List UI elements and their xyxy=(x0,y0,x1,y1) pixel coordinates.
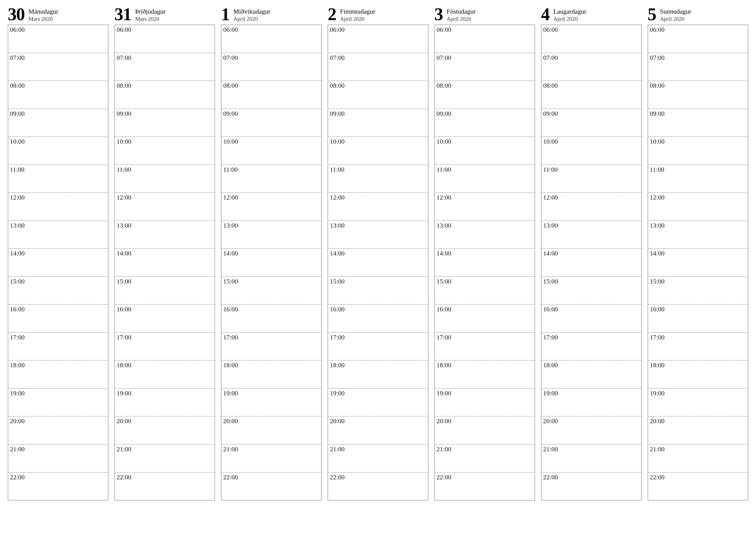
day-hours-box: 06:00 07:00 08:00 09:00 10:00 11:00 12:0… xyxy=(648,25,748,500)
hour-slot: 19:00 xyxy=(435,388,535,416)
hour-slot: 14:00 xyxy=(648,248,748,276)
hour-slot: 06:00 xyxy=(8,25,108,53)
hour-slot: 12:00 xyxy=(8,192,108,220)
hour-slot: 12:00 xyxy=(221,192,321,220)
hour-slot: 07:00 xyxy=(115,53,215,81)
hour-slot: 09:00 xyxy=(115,109,215,137)
day-header: 2 Fimmtudagur Apríl 2020 xyxy=(328,5,428,25)
day-name: Sunnudagur xyxy=(660,7,691,15)
hour-slot: 13:00 xyxy=(541,220,641,248)
day-name: Miðvikudagur xyxy=(233,7,270,15)
day-column: 31 Þriðjudagur Mars 2020 06:00 07:00 08:… xyxy=(114,5,215,500)
hour-slot: 18:00 xyxy=(541,360,641,388)
hour-slot: 11:00 xyxy=(8,164,108,193)
hour-slot: 22:00 xyxy=(221,472,321,500)
hour-slot: 13:00 xyxy=(8,220,108,248)
hour-slot: 20:00 xyxy=(648,416,748,444)
day-name: Mánudagur xyxy=(29,7,58,15)
hour-slot: 15:00 xyxy=(115,276,215,304)
hour-slot: 15:00 xyxy=(541,276,641,304)
hour-slot: 08:00 xyxy=(115,80,215,109)
hour-slot: 21:00 xyxy=(435,444,535,472)
hour-slot: 10:00 xyxy=(328,136,428,164)
hour-slot: 08:00 xyxy=(648,80,748,109)
day-header: 3 Föstudagur Apríl 2020 xyxy=(434,5,535,25)
day-labels: Mánudagur Mars 2020 xyxy=(29,6,58,22)
day-hours-box: 06:00 07:00 08:00 09:00 10:00 11:00 12:0… xyxy=(114,25,215,500)
hour-slot: 09:00 xyxy=(541,109,641,137)
day-header: 30 Mánudagur Mars 2020 xyxy=(8,5,108,25)
day-header: 1 Miðvikudagur Apríl 2020 xyxy=(221,5,322,25)
hour-slot: 15:00 xyxy=(648,276,748,304)
hour-slot: 16:00 xyxy=(221,304,321,332)
day-header: 4 Laugardagur Apríl 2020 xyxy=(541,5,642,25)
hour-slot: 09:00 xyxy=(435,109,535,137)
hour-slot: 14:00 xyxy=(221,248,321,276)
hour-slot: 20:00 xyxy=(115,416,215,444)
day-number: 2 xyxy=(328,5,336,23)
hour-slot: 08:00 xyxy=(435,80,535,109)
hour-slot: 19:00 xyxy=(221,388,321,416)
hour-slot: 16:00 xyxy=(648,304,748,332)
hour-slot: 09:00 xyxy=(221,109,321,137)
day-subtitle: Apríl 2020 xyxy=(233,15,270,23)
day-header: 5 Sunnudagur Apríl 2020 xyxy=(648,5,748,25)
hour-slot: 22:00 xyxy=(115,472,215,500)
hour-slot: 12:00 xyxy=(541,192,641,220)
day-labels: Fimmtudagur Apríl 2020 xyxy=(340,6,375,22)
hour-slot: 20:00 xyxy=(435,416,535,444)
hour-slot: 10:00 xyxy=(648,136,748,164)
hour-slot: 14:00 xyxy=(435,248,535,276)
day-labels: Miðvikudagur Apríl 2020 xyxy=(233,6,270,22)
hour-slot: 16:00 xyxy=(435,304,535,332)
hour-slot: 22:00 xyxy=(8,472,108,500)
day-header: 31 Þriðjudagur Mars 2020 xyxy=(114,5,215,25)
weekly-planner: 30 Mánudagur Mars 2020 06:00 07:00 08:00… xyxy=(0,0,756,513)
hour-slot: 17:00 xyxy=(328,332,428,360)
day-hours-box: 06:00 07:00 08:00 09:00 10:00 11:00 12:0… xyxy=(541,25,642,500)
day-column: 1 Miðvikudagur Apríl 2020 06:00 07:00 08… xyxy=(221,5,322,500)
day-column: 4 Laugardagur Apríl 2020 06:00 07:00 08:… xyxy=(541,5,642,500)
day-name: Fimmtudagur xyxy=(340,7,375,15)
hour-slot: 10:00 xyxy=(115,136,215,164)
hour-slot: 20:00 xyxy=(328,416,428,444)
hour-slot: 13:00 xyxy=(648,220,748,248)
hour-slot: 20:00 xyxy=(221,416,321,444)
hour-slot: 16:00 xyxy=(115,304,215,332)
hour-slot: 10:00 xyxy=(221,136,321,164)
day-hours-box: 06:00 07:00 08:00 09:00 10:00 11:00 12:0… xyxy=(328,25,428,500)
day-labels: Laugardagur Apríl 2020 xyxy=(554,6,586,22)
hour-slot: 11:00 xyxy=(328,164,428,193)
day-name: Föstudagur xyxy=(447,7,476,15)
hour-slot: 21:00 xyxy=(648,444,748,472)
hour-slot: 07:00 xyxy=(648,53,748,81)
hour-slot: 08:00 xyxy=(328,80,428,109)
day-column: 30 Mánudagur Mars 2020 06:00 07:00 08:00… xyxy=(8,5,108,500)
hour-slot: 06:00 xyxy=(648,25,748,53)
hour-slot: 15:00 xyxy=(8,276,108,304)
hour-slot: 09:00 xyxy=(328,109,428,137)
hour-slot: 22:00 xyxy=(648,472,748,500)
hour-slot: 13:00 xyxy=(221,220,321,248)
hour-slot: 10:00 xyxy=(435,136,535,164)
hour-slot: 06:00 xyxy=(435,25,535,53)
hour-slot: 14:00 xyxy=(541,248,641,276)
day-hours-box: 06:00 07:00 08:00 09:00 10:00 11:00 12:0… xyxy=(8,25,108,500)
day-subtitle: Mars 2020 xyxy=(135,15,166,23)
hour-slot: 20:00 xyxy=(541,416,641,444)
hour-slot: 13:00 xyxy=(115,220,215,248)
day-labels: Sunnudagur Apríl 2020 xyxy=(660,6,691,22)
hour-slot: 20:00 xyxy=(8,416,108,444)
hour-slot: 12:00 xyxy=(115,192,215,220)
hour-slot: 21:00 xyxy=(328,444,428,472)
day-hours-box: 06:00 07:00 08:00 09:00 10:00 11:00 12:0… xyxy=(434,25,535,500)
hour-slot: 13:00 xyxy=(435,220,535,248)
hour-slot: 15:00 xyxy=(221,276,321,304)
hour-slot: 07:00 xyxy=(435,53,535,81)
hour-slot: 19:00 xyxy=(541,388,641,416)
day-column: 5 Sunnudagur Apríl 2020 06:00 07:00 08:0… xyxy=(648,5,748,500)
hour-slot: 06:00 xyxy=(221,25,321,53)
hour-slot: 14:00 xyxy=(328,248,428,276)
hour-slot: 07:00 xyxy=(328,53,428,81)
hour-slot: 21:00 xyxy=(221,444,321,472)
